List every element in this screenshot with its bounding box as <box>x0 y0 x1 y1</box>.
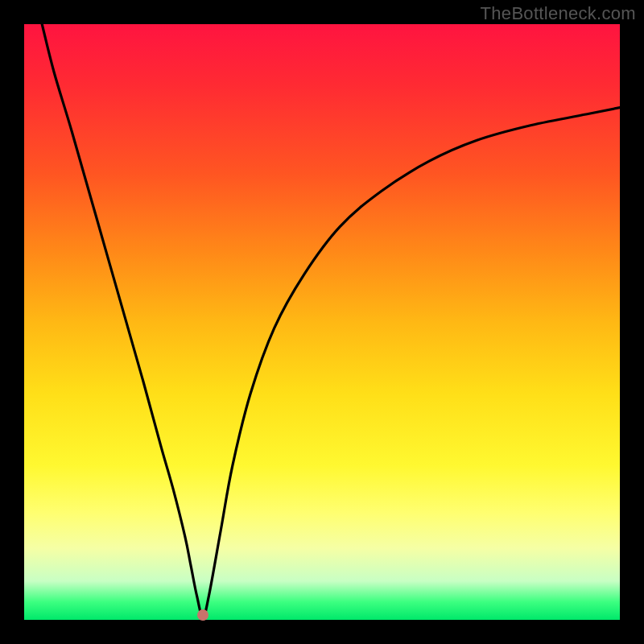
watermark-text: TheBottleneck.com <box>481 3 636 24</box>
chart-plot-area <box>24 24 620 620</box>
bottleneck-curve <box>24 24 620 620</box>
optimum-marker <box>197 609 208 621</box>
